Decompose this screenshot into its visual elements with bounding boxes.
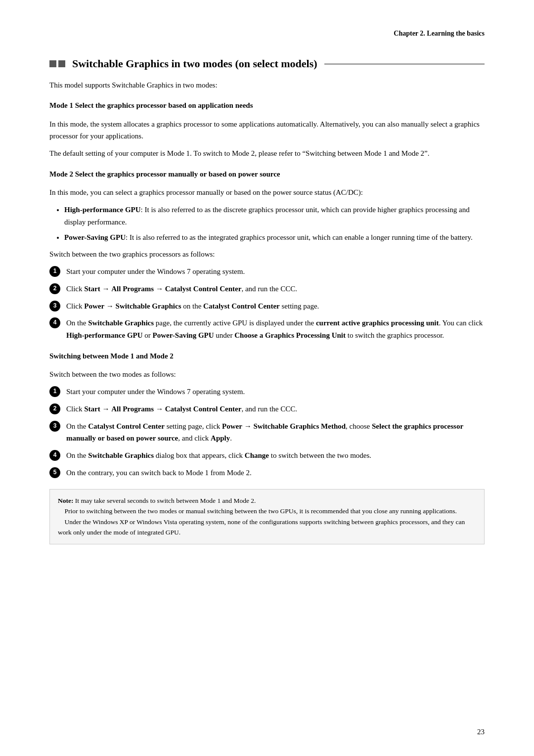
- mode2-step-circle-2: 2: [49, 283, 60, 294]
- section-icon: [49, 60, 65, 67]
- switching-step-text-4: On the Switchable Graphics dialog box th…: [66, 449, 485, 462]
- switching-step-circle-1: 1: [49, 386, 60, 397]
- switching-step-circle-2: 2: [49, 403, 60, 414]
- section-title-container: Switchable Graphics in two modes (on sel…: [49, 57, 485, 70]
- switching-intro: Switch between the two modes as follows:: [49, 368, 485, 381]
- note-line-1: It may take several seconds to switch be…: [75, 497, 256, 504]
- mode2-step-text-2: Click Start → All Programs → Catalyst Co…: [66, 283, 485, 295]
- mode2-step-text-4: On the Switchable Graphics page, the cur…: [66, 317, 485, 342]
- switching-step-4: 4 On the Switchable Graphics dialog box …: [49, 449, 485, 462]
- chapter-title: Chapter 2. Learning the basics: [394, 30, 485, 37]
- mode2-step-4: 4 On the Switchable Graphics page, the c…: [49, 317, 485, 342]
- mode2-step-1: 1 Start your computer under the Windows …: [49, 266, 485, 278]
- mode1-para2: The default setting of your computer is …: [49, 147, 485, 160]
- switching-step-text-1: Start your computer under the Windows 7 …: [66, 386, 485, 398]
- mode2-title: Mode 2 Select the graphics processor man…: [49, 169, 485, 180]
- page: Chapter 2. Learning the basics Switchabl…: [0, 0, 534, 756]
- icon-square-1: [49, 60, 56, 67]
- section-title-line: [324, 64, 485, 64]
- mode1-para1: In this mode, the system allocates a gra…: [49, 118, 485, 143]
- note-line-3: Under the Windows XP or Windows Vista op…: [58, 518, 465, 536]
- note-line-2: Prior to switching between the two modes…: [58, 507, 457, 515]
- section-intro: This model supports Switchable Graphics …: [49, 79, 485, 91]
- bullet-1-bold: High-performance GPU: [64, 206, 141, 214]
- bullet-2-bold: Power-Saving GPU: [64, 233, 126, 241]
- switching-title: Switching between Mode 1 and Mode 2: [49, 351, 485, 362]
- mode2-step-text-3: Click Power → Switchable Graphics on the…: [66, 300, 485, 312]
- bullet-2-text: : It is also referred to as the integrat…: [126, 233, 473, 241]
- mode2-step-circle-3: 3: [49, 301, 60, 311]
- mode2-step-3: 3 Click Power → Switchable Graphics on t…: [49, 300, 485, 312]
- switching-step-circle-3: 3: [49, 421, 60, 432]
- mode2-step-text-1: Start your computer under the Windows 7 …: [66, 266, 485, 278]
- switching-step-circle-4: 4: [49, 450, 60, 461]
- note-box: Note: It may take several seconds to swi…: [49, 489, 485, 544]
- note-label: Note:: [58, 497, 73, 504]
- mode2-para1: In this mode, you can select a graphics …: [49, 186, 485, 199]
- switching-step-text-3: On the Catalyst Control Center setting p…: [66, 420, 485, 445]
- switching-step-circle-5: 5: [49, 467, 60, 478]
- switching-step-text-2: Click Start → All Programs → Catalyst Co…: [66, 403, 485, 415]
- mode2-step-2: 2 Click Start → All Programs → Catalyst …: [49, 283, 485, 295]
- switching-steps: 1 Start your computer under the Windows …: [49, 386, 485, 479]
- mode2-switch-intro: Switch between the two graphics processo…: [49, 248, 485, 261]
- mode1-title: Mode 1 Select the graphics processor bas…: [49, 100, 485, 111]
- switching-step-text-5: On the contrary, you can switch back to …: [66, 467, 485, 479]
- section-title-text: Switchable Graphics in two modes (on sel…: [72, 57, 317, 70]
- switching-step-5: 5 On the contrary, you can switch back t…: [49, 467, 485, 479]
- mode2-step-circle-4: 4: [49, 317, 60, 328]
- switching-step-3: 3 On the Catalyst Control Center setting…: [49, 420, 485, 445]
- mode2-step-circle-1: 1: [49, 266, 60, 277]
- icon-square-2: [58, 60, 65, 67]
- bullet-item-1: High-performance GPU: It is also referre…: [64, 204, 485, 228]
- page-number: 23: [477, 728, 485, 736]
- mode2-steps: 1 Start your computer under the Windows …: [49, 266, 485, 342]
- switching-step-1: 1 Start your computer under the Windows …: [49, 386, 485, 398]
- bullet-item-2: Power-Saving GPU: It is also referred to…: [64, 231, 485, 244]
- mode2-bullet-list: High-performance GPU: It is also referre…: [64, 204, 485, 243]
- switching-step-2: 2 Click Start → All Programs → Catalyst …: [49, 403, 485, 415]
- chapter-header: Chapter 2. Learning the basics: [49, 30, 485, 38]
